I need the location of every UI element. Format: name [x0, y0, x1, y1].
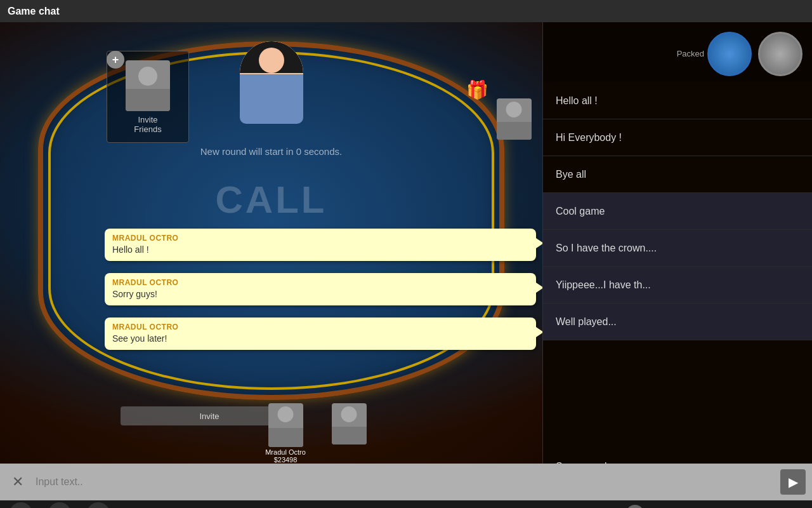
chat-item-6[interactable]: Yiippeee...I have th... [543, 267, 812, 304]
top-avatars-area: Packed [543, 22, 812, 83]
gift-area: 🎁 [466, 79, 488, 100]
female-body [240, 41, 303, 124]
chat-item-4[interactable]: Cool game [543, 193, 812, 230]
chat-list: Hello all ! Hi Everybody ! Bye all Cool … [543, 83, 812, 464]
send-icon: ▶ [789, 474, 798, 490]
mid-bottom-player [311, 403, 387, 460]
player-avatar-blue [707, 32, 752, 76]
chat-message-1: Hello all ! [112, 244, 528, 255]
mid-player-avatar [332, 403, 367, 444]
packed-label: Packed [677, 49, 704, 58]
bottom-player-amount: $23498 [274, 456, 298, 464]
status-right-area: 79 🖼 🎮 ▶ ⚙ 11:46 📶 🔋 [626, 505, 802, 508]
chat-username-3: Mradul Octro [112, 323, 528, 331]
invite-plus-icon[interactable]: + [107, 51, 124, 69]
close-button[interactable]: ✕ [6, 471, 29, 493]
chat-bubble-1: Mradul Octro Hello all ! [105, 229, 536, 261]
chat-username-1: Mradul Octro [112, 234, 528, 243]
status-bar: ◁ ○ □ 79 🖼 🎮 ▶ ⚙ 11:46 📶 🔋 [0, 500, 812, 508]
chat-bubble-2: Mradul Octro Sorry guys! [105, 273, 536, 305]
chat-item-2[interactable]: Hi Everybody ! [543, 119, 812, 156]
chat-item-3[interactable]: Bye all [543, 156, 812, 193]
main-area: CALLBREAK New round will start in 0 seco… [0, 22, 812, 464]
top-player-avatar [240, 41, 303, 124]
chat-message-2: Sorry guys! [112, 289, 528, 299]
close-icon: ✕ [12, 474, 23, 490]
clock: 11:46 [726, 505, 762, 508]
send-button[interactable]: ▶ [780, 469, 806, 495]
player-avatar-gray [758, 32, 802, 76]
input-bar: ✕ ▶ [0, 464, 812, 500]
title-bar: Game chat [0, 0, 812, 22]
chat-item-7[interactable]: Well played... [543, 304, 812, 340]
bottom-player-avatar [268, 403, 303, 447]
right-player-avatar [497, 98, 532, 140]
home-button[interactable]: ○ [48, 502, 71, 508]
game-area: CALLBREAK New round will start in 0 seco… [0, 22, 542, 464]
notification-badge: 79 [626, 505, 644, 508]
gift-icon: 🎁 [466, 80, 488, 100]
female-face [259, 48, 284, 73]
recent-button[interactable]: □ [87, 502, 110, 508]
invite-avatar [126, 60, 170, 111]
chat-item-8[interactable]: Sorry guys! [543, 448, 812, 464]
back-button[interactable]: ◁ [10, 502, 32, 508]
invite-label: InviteFriends [134, 115, 161, 134]
chat-panel: Packed Hello all ! Hi Everybody ! Bye al… [542, 22, 812, 464]
status-nav-buttons: ◁ ○ □ [10, 502, 110, 508]
chat-message-3: See you later! [112, 333, 528, 344]
chat-item-5[interactable]: So I have the crown.... [543, 230, 812, 267]
chat-item-1[interactable]: Hello all ! [543, 83, 812, 119]
right-player-area [488, 98, 539, 162]
kiri-section: Well played... Kiri 🍁 [543, 304, 812, 340]
round-timer: New round will start in 0 seconds. [200, 146, 342, 157]
app-title: Game chat [8, 6, 60, 17]
chat-username-2: Mradul Octro [112, 278, 528, 287]
bottom-player-name: Mradul Octro [265, 448, 306, 456]
chat-bubble-3: Mradul Octro See you later! [105, 318, 536, 350]
message-input[interactable] [36, 470, 774, 494]
